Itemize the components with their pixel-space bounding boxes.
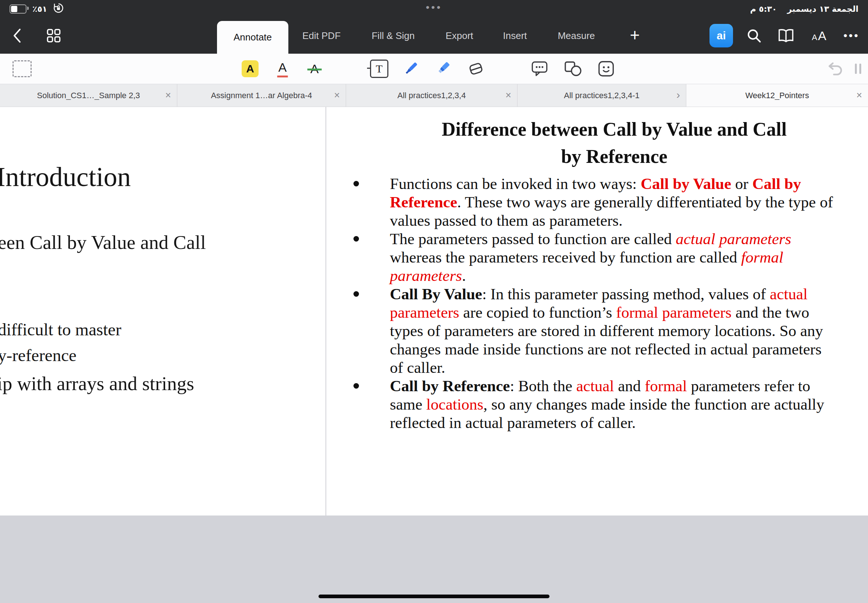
left-page-heading: Introduction [0,161,131,193]
tab-annotate-label: Annotate [234,32,272,43]
left-page-text: y-reference [0,345,76,365]
underline-icon: A [277,60,288,77]
close-icon[interactable]: × [505,89,511,101]
tab-annotate[interactable]: Annotate [217,21,288,54]
reader-book-icon[interactable] [778,28,794,43]
annotation-toolbar: A A A T [0,54,868,84]
pdf-content: Introduction een Call by Value and Call … [0,107,868,515]
pen-tool[interactable] [402,60,420,77]
ai-assistant-button[interactable]: ai [710,24,733,48]
slide-bullets: Functions can be invoked in two ways: Ca… [390,175,839,432]
comment-icon [531,61,548,76]
slide-title: Difference between Call by Value and Cal… [390,116,839,170]
highlight-icon: A [241,60,258,77]
undo-button[interactable] [826,62,843,76]
text-settings-button[interactable]: AA [812,29,826,43]
bullet-text: The parameters passed to function are ca… [390,230,839,285]
eraser-icon [467,60,485,77]
screen: ٪٥١ ••• الجمعة ١٣ ديسمبر ٥:٣٠ م Annotate… [0,0,868,603]
left-page-text: een Call by Value and Call [0,231,206,254]
shapes-tool[interactable] [564,61,582,76]
add-mode-button[interactable]: + [630,25,640,45]
underline-tool[interactable]: A [277,60,288,77]
bullet-dot-icon [353,236,359,241]
doc-tab-label: Week12_Pointers [745,91,809,100]
select-marquee-tool[interactable] [12,60,32,77]
doc-tab-week12-pointers[interactable]: Week12_Pointers × [686,84,868,107]
status-time: ٥:٣٠ م [750,5,777,14]
undo-icon [826,62,843,76]
doc-tab-label: All practices1,2,3,4-1 [564,91,639,100]
battery-percent-label: ٪٥١ [32,5,47,14]
pdf-page-right[interactable]: Difference between Call by Value and Cal… [326,107,868,515]
highlighter-icon [434,60,452,77]
left-page-text: difficult to master [0,320,121,339]
status-left: ٪٥١ [9,3,64,15]
slide-bullet-3: Call By Value: In this parameter passing… [390,285,839,377]
slide-title-line2: by Reference [390,143,839,170]
orientation-lock-icon [53,3,64,15]
highlight-tool[interactable]: A [241,60,258,77]
status-date: الجمعة ١٣ ديسمبر [787,5,859,14]
sticker-icon [598,61,614,77]
tab-insert[interactable]: Insert [503,30,527,42]
text-size-small-label: A [812,33,817,42]
doc-tab-solution[interactable]: Solution_CS1…_Sample 2,3 × [0,84,177,107]
strikethrough-icon: A [309,62,320,76]
slide-bullet-2: The parameters passed to function are ca… [390,230,839,285]
eraser-tool[interactable] [467,60,485,77]
grid-view-icon[interactable] [46,28,61,43]
doc-tab-label: Solution_CS1…_Sample 2,3 [37,91,140,100]
top-chrome: ٪٥١ ••• الجمعة ١٣ ديسمبر ٥:٣٠ م Annotate… [0,0,868,54]
slide-title-line1: Difference between Call by Value and Cal… [390,116,839,143]
back-button[interactable] [12,28,22,44]
bullet-dot-icon [353,383,359,389]
doc-tab-label: Assignment 1…ar Algebra-4 [211,91,312,100]
sticker-tool[interactable] [598,61,614,77]
bullet-dot-icon [353,291,359,297]
status-bar: ٪٥١ ••• الجمعة ١٣ ديسمبر ٥:٣٠ م [0,0,868,18]
bottom-area [0,515,868,603]
tab-measure[interactable]: Measure [558,30,595,42]
doc-tab-practices-1[interactable]: All practices1,2,3,4-1 › [517,84,686,107]
toolbar-handle-icon[interactable] [855,63,861,74]
status-ellipsis[interactable]: ••• [426,2,442,13]
main-toolbar: Annotate Edit PDF Fill & Sign Export Ins… [0,18,868,54]
slide-bullet-4: Call by Reference: Both the actual and f… [390,377,839,432]
chevron-right-icon: › [676,88,680,101]
highlighter-pen-tool[interactable] [434,60,452,77]
comment-tool[interactable] [531,61,548,76]
tab-export[interactable]: Export [446,30,473,42]
bullet-dot-icon [353,181,359,186]
document-tab-bar: Solution_CS1…_Sample 2,3 × Assignment 1…… [0,84,868,107]
doc-tab-label: All practices1,2,3,4 [398,91,466,100]
battery-icon [9,5,26,14]
close-icon[interactable]: × [334,89,340,101]
bullet-text: Call By Value: In this parameter passing… [390,285,839,377]
tab-fill-sign[interactable]: Fill & Sign [371,30,415,42]
doc-tab-assignment[interactable]: Assignment 1…ar Algebra-4 × [177,84,346,107]
more-options-button[interactable]: ••• [843,29,860,42]
shapes-icon [564,61,582,76]
text-size-large-label: A [818,29,826,43]
bullet-text: Call by Reference: Both the actual and f… [390,377,839,432]
doc-tab-practices[interactable]: All practices1,2,3,4 × [346,84,517,107]
slide-bullet-1: Functions can be invoked in two ways: Ca… [390,175,839,230]
tab-edit-pdf[interactable]: Edit PDF [302,30,340,42]
strikethrough-tool[interactable]: A [309,62,320,76]
status-right: الجمعة ١٣ ديسمبر ٥:٣٠ م [750,5,859,14]
pen-icon [402,60,420,77]
text-tool-icon: T [370,60,388,78]
marquee-icon [12,60,32,77]
search-icon[interactable] [746,28,762,43]
text-tool[interactable]: T [370,60,388,78]
close-icon[interactable]: × [856,89,862,101]
left-page-text: ip with arrays and strings [0,373,194,394]
close-icon[interactable]: × [165,89,171,101]
home-indicator[interactable] [319,595,549,598]
bullet-text: Functions can be invoked in two ways: Ca… [390,175,839,230]
pdf-page-left[interactable]: Introduction een Call by Value and Call … [0,107,325,515]
